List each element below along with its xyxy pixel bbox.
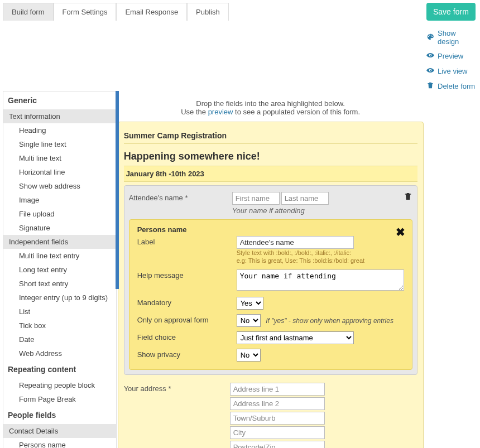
preview-label: Preview [438,52,463,60]
sidebar-item-web-address[interactable]: Web Address [3,346,116,360]
first-name-input[interactable] [232,192,280,205]
sidebar-sub-text-information[interactable]: Text information [3,109,116,123]
tab-email-response[interactable]: Email Response [116,3,187,21]
address-town-input[interactable] [230,412,325,425]
sidebar-sub-contact-details[interactable]: Contact Details [3,424,116,438]
tab-form-settings[interactable]: Form Settings [54,3,117,21]
drop-hint: Drop the fields into the area highlighte… [118,91,424,122]
right-column: Save form Show design Preview Live view … [426,0,480,91]
tab-publish[interactable]: Publish [187,3,229,21]
trash-icon [426,81,434,91]
preview-inline-link[interactable]: preview [208,108,233,116]
live-view-link[interactable]: Live view [426,66,477,76]
sidebar-item-short-text-entry[interactable]: Short text entry [3,277,116,291]
delete-form-link[interactable]: Delete form [426,81,477,91]
live-view-label: Live view [438,67,467,75]
attendee-name-label: Attendee's name * [129,192,232,202]
editor-title: Persons name [137,225,404,234]
palette-icon [426,33,434,42]
sidebar-item-multi-line-entry[interactable]: Multi line text entry [3,249,116,263]
field-palette-sidebar: Generic Text information Heading Single … [3,91,117,448]
address-line1-input[interactable] [230,383,325,396]
editor-privacy-select[interactable]: No [237,349,261,362]
sidebar-group-generic: Generic [3,91,116,109]
attendee-help-text: Your name if attending [232,206,412,215]
form-subtitle[interactable]: Happening somewhere nice! [124,147,417,166]
delete-form-label: Delete form [438,82,475,90]
form-dates[interactable]: January 8th -10th 2023 [124,166,417,182]
close-icon[interactable]: ✖ [396,225,405,239]
field-editor-panel: ✖ Persons name Label Style text with :bo… [129,219,412,370]
editor-privacy-l: Show privacy [137,349,237,359]
sidebar-item-show-web-address[interactable]: Show web address [3,179,116,193]
editor-approval-select[interactable]: No [237,314,261,327]
sidebar-item-repeating-block[interactable]: Repeating people block [3,378,116,392]
sidebar-item-file-upload[interactable]: File upload [3,207,116,221]
trash-icon[interactable] [404,192,412,203]
field-block-attendee-name[interactable]: Attendee's name * Your name if attending… [124,185,417,375]
form-title[interactable]: Summer Camp Registration [124,128,417,144]
editor-label-l: Label [137,236,237,246]
editor-help-textarea[interactable]: Your name if attending [237,269,404,291]
sidebar-item-integer-entry[interactable]: Integer entry (up to 9 digits) [3,291,116,305]
sidebar-item-tick-box[interactable]: Tick box [3,319,116,333]
style-hint-2: e.g: This is great, Use: This :bold:is:/… [237,257,404,264]
sidebar-item-heading[interactable]: Heading [3,123,116,137]
sidebar-item-image[interactable]: Image [3,193,116,207]
sidebar-item-date[interactable]: Date [3,333,116,346]
editor-choice-select[interactable]: Just first and lastname [237,331,354,344]
address-city-input[interactable] [230,426,325,439]
sidebar-item-long-text-entry[interactable]: Long text entry [3,263,116,277]
sidebar-item-persons-name[interactable]: Persons name [3,438,116,448]
scrollbar-indicator[interactable] [116,91,119,289]
save-form-button[interactable]: Save form [426,3,476,21]
last-name-input[interactable] [281,192,329,205]
address-label: Your address * [124,383,230,448]
sidebar-item-page-break[interactable]: Form Page Break [3,392,116,406]
sidebar-item-list[interactable]: List [3,305,116,319]
sidebar-item-signature[interactable]: Signature [3,221,116,235]
show-design-label: Show design [438,29,477,46]
eye-icon [426,51,434,61]
editor-help-l: Help message [137,269,237,280]
sidebar-item-single-line-text[interactable]: Single line text [3,137,116,151]
eye-icon [426,66,434,76]
editor-label-input[interactable] [237,236,354,249]
form-surface: Summer Camp Registration Happening somew… [118,122,424,448]
show-design-link[interactable]: Show design [426,29,477,46]
sidebar-sub-independent-fields[interactable]: Independent fields [3,235,116,249]
form-builder-canvas: Drop the fields into the area highlighte… [118,91,424,448]
editor-approval-note: If "yes" - show only when approving entr… [266,317,393,325]
sidebar-item-horizontal-line[interactable]: Horizontal line [3,165,116,179]
sidebar-group-people: People fields [3,406,116,424]
sidebar-item-multi-line-text[interactable]: Multi line text [3,151,116,165]
tabs: Build form Form Settings Email Response … [3,3,229,21]
editor-approval-l: Only on approval form [137,314,237,324]
address-line2-input[interactable] [230,397,325,410]
style-hint-1: Style text with :bold:, :/bold:, :italic… [237,249,404,257]
address-zip-input[interactable] [230,441,325,448]
editor-mandatory-select[interactable]: Yes [237,297,263,310]
tab-build-form[interactable]: Build form [3,3,54,21]
preview-link[interactable]: Preview [426,51,477,61]
editor-mandatory-l: Mandatory [137,297,237,307]
editor-choice-l: Field choice [137,331,237,341]
sidebar-group-repeating: Repeating content [3,360,116,378]
